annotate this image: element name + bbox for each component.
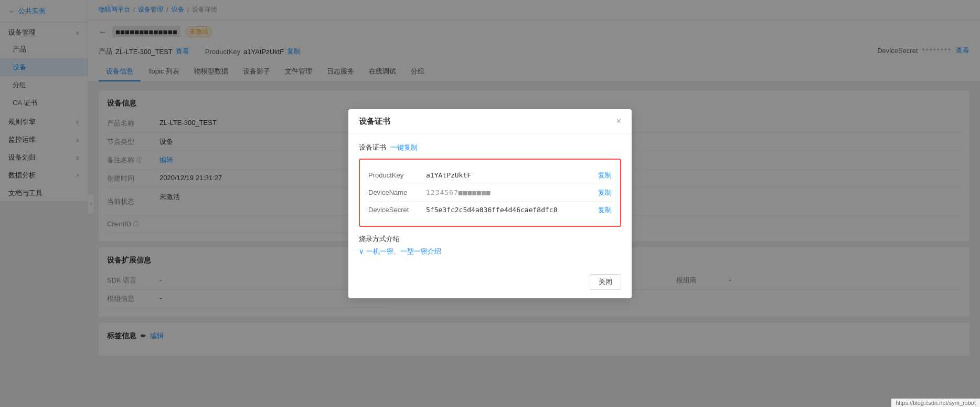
modal-body: 设备证书 一键复制 ProductKey a1YAtPzUktF 复制 Devi… [348,134,632,274]
modal-footer: 关闭 [348,274,632,298]
cert-copy-devicename[interactable]: 复制 [598,188,612,197]
modal-close-button[interactable]: × [616,117,621,126]
burn-link[interactable]: ∨ 一机一密、一型一密介绍 [359,247,621,256]
modal-title: 设备证书 [359,117,390,127]
cert-value-productkey: a1YAtPzUktF [426,171,594,179]
chevron-down-burn-icon: ∨ [359,247,364,255]
modal-overlay[interactable]: 设备证书 × 设备证书 一键复制 ProductKey a1YAtPzUktF … [0,0,980,407]
cert-label-devicesecret: DeviceSecret [368,206,426,214]
cert-box: ProductKey a1YAtPzUktF 复制 DeviceName 123… [359,159,621,227]
cert-row-devicename: DeviceName 1234567■■■■■■■ 复制 [368,184,612,202]
modal-header: 设备证书 × [348,109,632,134]
url-bar: https://blog.csdn.net/sym_robot [891,399,980,407]
cert-label-productkey: ProductKey [368,171,426,179]
modal-subtitle: 设备证书 一键复制 [359,143,621,152]
cert-row-devicesecret: DeviceSecret 5f5e3fc2c5d4a036ffe4d46caef… [368,202,612,218]
burn-title: 烧录方式介绍 [359,234,621,244]
cert-value-devicename: 1234567■■■■■■■ [426,189,594,196]
cert-label-devicename: DeviceName [368,189,426,196]
cert-copy-productkey[interactable]: 复制 [598,171,612,180]
cert-value-devicesecret: 5f5e3fc2c5d4a036ffe4d46caef8dfc8 [426,206,594,214]
burn-section: 烧录方式介绍 ∨ 一机一密、一型一密介绍 [359,234,621,256]
cert-row-productkey: ProductKey a1YAtPzUktF 复制 [368,167,612,184]
cert-copy-devicesecret[interactable]: 复制 [598,205,612,215]
burn-link-label: 一机一密、一型一密介绍 [366,247,441,256]
modal-close-footer-button[interactable]: 关闭 [590,274,621,290]
device-cert-modal: 设备证书 × 设备证书 一键复制 ProductKey a1YAtPzUktF … [348,109,632,298]
copy-all-link[interactable]: 一键复制 [390,143,418,152]
